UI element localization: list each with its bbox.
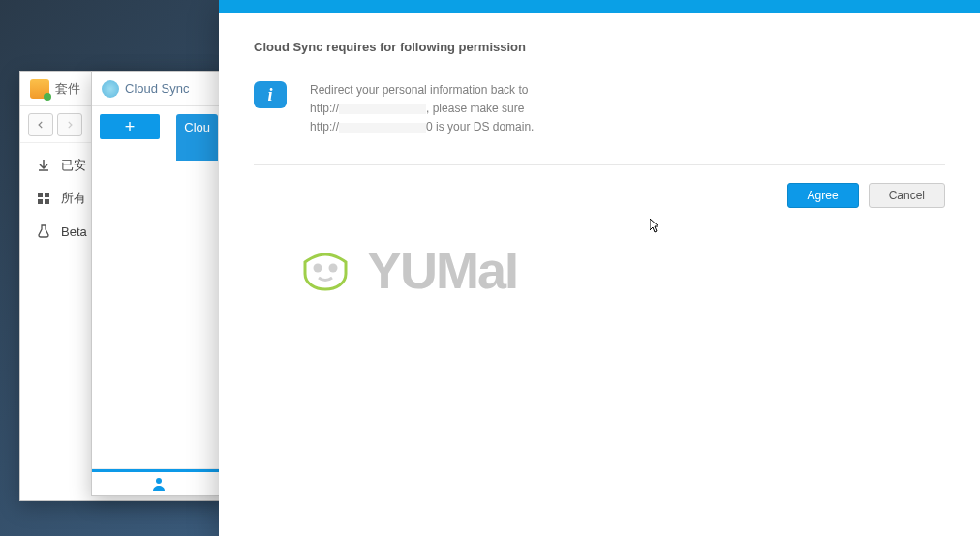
- cloud-sync-tab[interactable]: Clou: [176, 114, 218, 161]
- info-text-line: 0 is your DS domain.: [426, 120, 534, 134]
- grid-icon: [36, 191, 51, 206]
- svg-point-4: [156, 478, 162, 484]
- svg-rect-2: [38, 199, 43, 204]
- svg-rect-1: [45, 193, 49, 197]
- dialog-button-row: Agree Cancel: [254, 165, 945, 208]
- download-icon: [36, 158, 51, 173]
- svg-rect-3: [45, 199, 49, 204]
- cloud-sync-tab-label: Clou: [184, 120, 210, 134]
- footer-tab-user[interactable]: [92, 469, 226, 495]
- cloud-sync-titlebar[interactable]: Cloud Sync: [92, 72, 226, 106]
- dialog-info-row: i Redirect your personal information bac…: [254, 81, 945, 165]
- dialog-info-text: Redirect your personal information back …: [310, 81, 534, 137]
- svg-rect-0: [38, 193, 43, 197]
- info-text-line: http://: [310, 102, 339, 115]
- sidebar-item-label: 所有: [61, 190, 86, 207]
- info-icon: i: [254, 81, 287, 108]
- package-center-title: 套件: [55, 80, 80, 98]
- beta-icon: [36, 223, 51, 239]
- info-text-line: http://: [310, 120, 339, 134]
- cloud-sync-window: Cloud Sync + Clou: [91, 71, 227, 496]
- permission-dialog: Cloud Sync requires for following permis…: [219, 0, 980, 536]
- cloud-sync-sidebar: +: [92, 106, 168, 468]
- info-text-line: Redirect your personal information back …: [310, 83, 528, 97]
- info-text-line: , please make sure: [426, 102, 524, 115]
- cancel-button[interactable]: Cancel: [869, 183, 945, 208]
- redacted-text: [339, 104, 426, 114]
- nav-forward-button[interactable]: [57, 113, 82, 136]
- sidebar-item-label: Beta: [61, 224, 87, 239]
- cloud-sync-title: Cloud Sync: [125, 81, 189, 96]
- cloud-sync-footer: [92, 468, 226, 495]
- nav-back-button[interactable]: [28, 113, 53, 136]
- redacted-text: [339, 123, 426, 133]
- cloud-sync-icon: [102, 80, 119, 98]
- dialog-header-strip: [219, 0, 980, 13]
- sidebar-item-label: 已安: [61, 157, 86, 174]
- dialog-title: Cloud Sync requires for following permis…: [254, 40, 945, 54]
- add-connection-button[interactable]: +: [100, 114, 160, 139]
- agree-button[interactable]: Agree: [787, 183, 859, 208]
- user-icon: [151, 476, 167, 491]
- package-center-icon: [30, 79, 49, 99]
- cloud-sync-content: Clou: [168, 106, 226, 468]
